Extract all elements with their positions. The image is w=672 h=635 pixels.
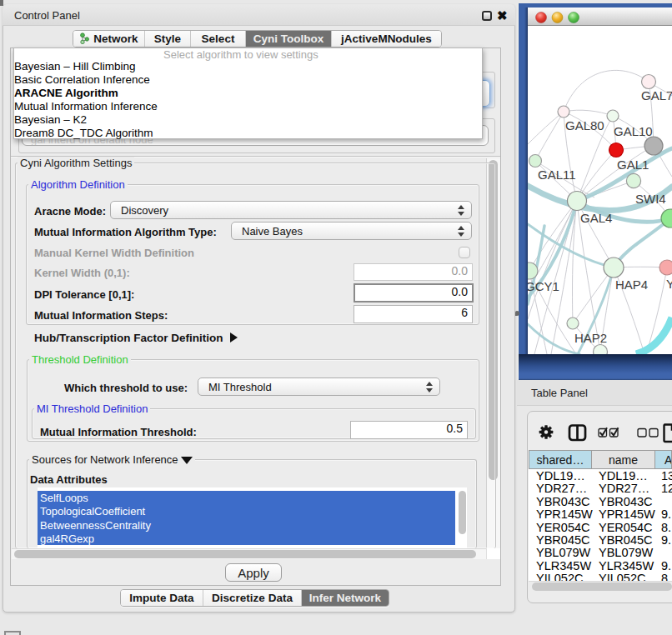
svg-text:HAP4: HAP4 xyxy=(615,278,648,292)
svg-text:GAL7: GAL7 xyxy=(641,88,672,102)
svg-text:GAL80: GAL80 xyxy=(565,118,604,132)
svg-text:GAL10: GAL10 xyxy=(614,124,653,138)
svg-text:GAL1: GAL1 xyxy=(617,158,649,172)
svg-text:GCY1: GCY1 xyxy=(528,279,559,293)
svg-text:SWI4: SWI4 xyxy=(635,192,666,206)
svg-text:Y: Y xyxy=(666,277,672,291)
svg-text:HAP2: HAP2 xyxy=(574,331,607,345)
svg-text:GAL11: GAL11 xyxy=(538,168,576,182)
svg-text:GAL4: GAL4 xyxy=(580,211,612,225)
